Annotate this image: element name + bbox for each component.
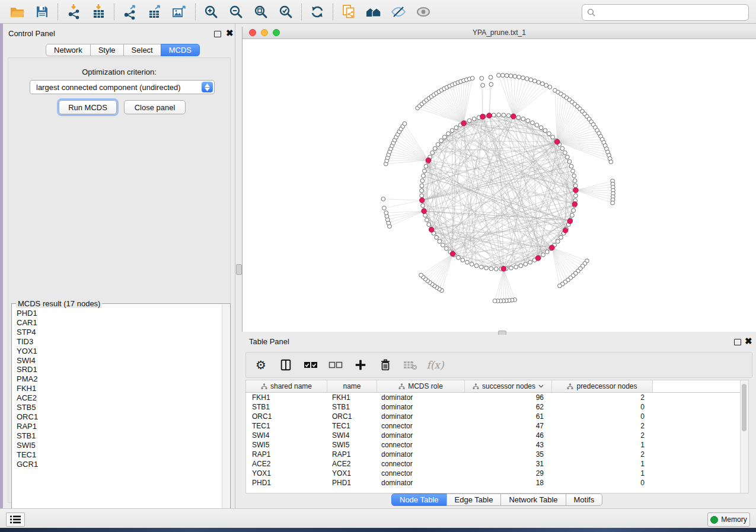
table-row[interactable]: SWI5SWI5connector431 (246, 440, 748, 450)
mcds-result-item[interactable]: STP4 (17, 328, 222, 337)
table-row[interactable]: ACE2ACE2connector311 (246, 459, 748, 469)
float-panel-icon[interactable] (214, 31, 221, 37)
tab-select[interactable]: Select (123, 44, 161, 56)
close-panel-button[interactable]: Close panel (124, 100, 186, 114)
column-header-label: successor nodes (482, 382, 535, 390)
table-row[interactable]: STB1STB1dominator620 (246, 402, 748, 412)
table-row[interactable]: PHD1PHD1dominator180 (246, 478, 748, 488)
search-input[interactable] (598, 6, 748, 19)
mcds-result-item[interactable]: STB5 (17, 403, 222, 412)
close-panel-icon[interactable]: ✖ (226, 30, 234, 36)
toolbar-separator (114, 4, 114, 20)
criterion-select[interactable]: largest connected component (undirected) (30, 80, 215, 94)
mcds-result-item[interactable]: FKH1 (17, 384, 222, 393)
mcds-result-item[interactable]: ACE2 (17, 393, 222, 403)
delete-column-button[interactable] (378, 357, 393, 373)
mcds-result-item[interactable]: SWI5 (17, 441, 222, 450)
float-table-panel-icon[interactable] (734, 339, 741, 345)
show-columns-button[interactable] (278, 357, 294, 373)
table-cell: 35 (465, 450, 552, 459)
zoom-selected-button[interactable] (273, 2, 298, 21)
export-network-button[interactable] (117, 2, 142, 21)
export-table-button[interactable] (142, 2, 167, 21)
hide-selected-button[interactable] (386, 2, 411, 21)
mcds-result-item[interactable]: TID3 (17, 337, 222, 347)
column-header-name[interactable]: name (327, 380, 377, 392)
zoom-fit-button[interactable] (248, 2, 273, 21)
network-graph[interactable] (243, 39, 755, 332)
tab-network-table[interactable]: Network Table (500, 493, 566, 506)
refresh-layout-button[interactable] (305, 2, 330, 21)
mcds-result-item[interactable]: GCR1 (17, 460, 222, 469)
network-window-titlebar[interactable]: YPA_prune.txt_1 (243, 27, 756, 39)
column-header-successor-nodes[interactable]: successor nodes (465, 380, 552, 392)
zoom-fit-icon (254, 5, 268, 19)
search-box[interactable] (582, 4, 749, 21)
mcds-result-item[interactable]: YOX1 (17, 347, 222, 356)
show-all-button[interactable] (411, 2, 436, 21)
table-row[interactable]: TEC1TEC1connector472 (246, 421, 748, 431)
refresh-icon (310, 5, 324, 19)
close-table-panel-icon[interactable]: ✖ (745, 338, 752, 344)
tab-motifs[interactable]: Motifs (566, 493, 603, 506)
table-row[interactable]: SWI4SWI4dominator462 (246, 431, 748, 440)
column-header-label: predecessor nodes (576, 382, 637, 390)
column-header-predecessor-nodes[interactable]: predecessor nodes (552, 380, 653, 392)
save-session-button[interactable] (30, 2, 55, 21)
vertical-splitter-handle[interactable] (236, 264, 242, 275)
tab-style[interactable]: Style (90, 44, 124, 56)
export-image-icon (172, 4, 187, 20)
create-column-button[interactable] (353, 357, 368, 373)
first-neighbors-button[interactable] (361, 2, 386, 21)
mcds-result-item[interactable]: ORC1 (17, 412, 222, 422)
run-mcds-button[interactable]: Run MCDS (59, 100, 117, 114)
deselect-all-columns-button[interactable] (328, 357, 343, 373)
tab-mcds[interactable]: MCDS (161, 44, 200, 56)
table-options-button[interactable]: ⚙ (253, 357, 269, 373)
table-row[interactable]: RAP1RAP1dominator352 (246, 450, 748, 459)
mcds-result-item[interactable]: PHD1 (17, 309, 222, 318)
mcds-result-item[interactable]: RAP1 (17, 422, 222, 431)
tab-node-table[interactable]: Node Table (391, 493, 447, 506)
import-network-button[interactable] (61, 2, 86, 21)
mcds-result-list: PHD1CAR1STP4TID3YOX1SWI4SRD1PMA2FKH1ACE2… (12, 305, 222, 518)
control-panel-title: Control Panel (8, 29, 55, 38)
column-type-icon (398, 383, 405, 390)
table-cell: PHD1 (327, 478, 377, 488)
mcds-result-item[interactable]: CAR1 (17, 318, 222, 328)
mcds-result-item[interactable]: PMA2 (17, 374, 222, 384)
select-all-columns-button[interactable] (303, 357, 318, 373)
mcds-result-item[interactable]: TEC1 (17, 450, 222, 460)
table-cell: PHD1 (246, 478, 327, 488)
table-row[interactable]: YOX1YOX1connector291 (246, 469, 748, 478)
desktop-background (0, 528, 756, 532)
table-cell: ACE2 (246, 459, 327, 469)
columns-icon (279, 358, 292, 371)
tab-edge-table[interactable]: Edge Table (446, 493, 502, 506)
show-panels-button[interactable] (6, 512, 25, 527)
export-image-button[interactable] (167, 2, 192, 21)
trash-icon (379, 358, 392, 371)
table-panel: Table Panel ✖ ⚙ (242, 335, 756, 508)
table-cell: 62 (465, 402, 552, 412)
table-row[interactable]: FKH1FKH1dominator962 (246, 393, 748, 402)
table-row[interactable]: ORC1ORC1dominator610 (246, 412, 748, 421)
mcds-list-scrollbar[interactable] (222, 305, 229, 518)
open-file-button[interactable] (5, 2, 30, 21)
mcds-result-item[interactable]: SWI4 (17, 356, 222, 366)
mcds-result-item[interactable]: STB1 (17, 431, 222, 441)
toolbar-separator (333, 4, 333, 20)
column-header-shared-name[interactable]: shared name (246, 380, 327, 392)
zoom-out-button[interactable] (224, 2, 248, 21)
import-table-button[interactable] (86, 2, 111, 21)
duplicate-network-button[interactable] (336, 2, 361, 21)
table-panel-title: Table Panel (249, 337, 289, 346)
memory-button[interactable]: Memory (707, 512, 750, 527)
mcds-result-item[interactable]: SRD1 (17, 365, 222, 374)
table-scrollbar[interactable] (740, 380, 748, 493)
tab-network[interactable]: Network (46, 44, 91, 56)
column-header-mcds-role[interactable]: MCDS role (377, 380, 465, 392)
fx-icon: f(x) (426, 359, 444, 371)
table-scrollbar-thumb[interactable] (742, 384, 747, 431)
zoom-in-button[interactable] (199, 2, 224, 21)
